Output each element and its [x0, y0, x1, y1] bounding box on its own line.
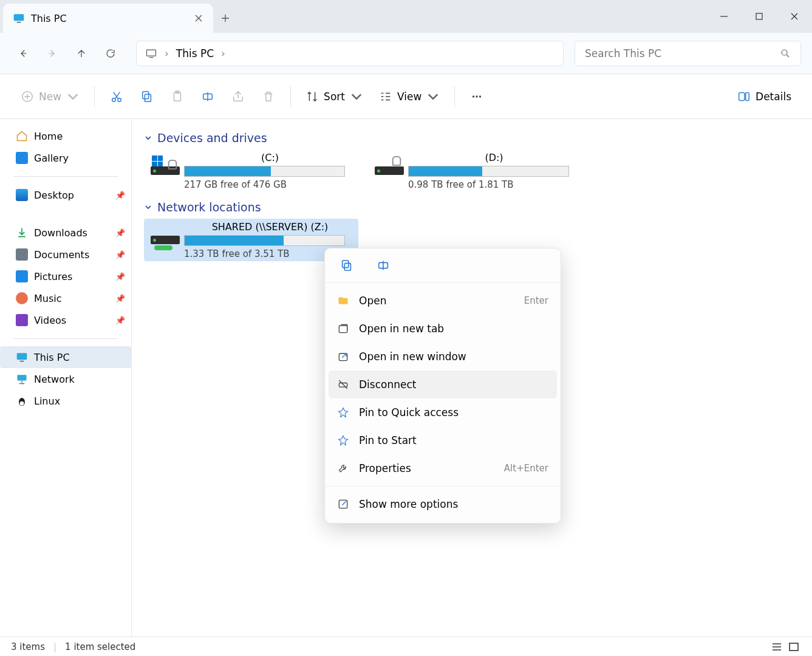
- ctx-open-tab[interactable]: Open in new tab: [325, 315, 561, 343]
- tile-view-toggle[interactable]: [786, 640, 801, 654]
- more-button[interactable]: [463, 84, 490, 109]
- sidebar-item-downloads[interactable]: Downloads 📌: [0, 222, 131, 244]
- pin-icon: [337, 434, 349, 446]
- monitor-icon: [16, 351, 28, 363]
- pin-icon: [337, 406, 349, 419]
- drive-d-progress: [408, 166, 569, 177]
- back-button[interactable]: [11, 41, 35, 66]
- paste-icon: [171, 90, 184, 103]
- cut-button[interactable]: [103, 84, 130, 109]
- list-view-toggle[interactable]: [769, 640, 784, 654]
- toolbar: New Sort View Details: [0, 73, 812, 119]
- sidebar: Home Gallery Desktop 📌 Downloads 📌 Docum…: [0, 119, 132, 637]
- statusbar: 3 items | 1 item selected: [0, 637, 812, 656]
- svg-point-4: [782, 50, 787, 55]
- plus-circle-icon: [21, 90, 34, 103]
- window-controls: [706, 0, 812, 33]
- sidebar-item-linux[interactable]: Linux: [0, 390, 131, 412]
- group-network-header[interactable]: Network locations: [144, 200, 800, 214]
- drive-c-icon: [146, 152, 184, 190]
- active-tab[interactable]: This PC: [3, 4, 213, 33]
- tab-close-icon[interactable]: [194, 13, 203, 23]
- sidebar-item-desktop[interactable]: Desktop 📌: [0, 184, 131, 206]
- close-button[interactable]: [777, 4, 812, 29]
- ctx-disconnect[interactable]: Disconnect: [329, 371, 557, 398]
- drive-d-name: (D:): [408, 152, 580, 163]
- ctx-copy-button[interactable]: [337, 256, 357, 275]
- ctx-open-window[interactable]: Open in new window: [325, 343, 561, 371]
- status-selected-count: 1 item selected: [65, 641, 135, 652]
- sidebar-item-documents[interactable]: Documents 📌: [0, 244, 131, 265]
- ctx-open[interactable]: Open Enter: [325, 287, 561, 315]
- details-button[interactable]: Details: [731, 84, 797, 109]
- ctx-disconnect-label: Disconnect: [359, 378, 416, 391]
- drive-z-progress: [184, 235, 345, 246]
- chevron-down-icon: [66, 90, 80, 103]
- linux-icon: [16, 395, 28, 407]
- pictures-icon: [16, 270, 28, 282]
- svg-rect-8: [145, 94, 151, 101]
- svg-rect-18: [17, 353, 27, 360]
- sort-button[interactable]: Sort: [299, 84, 369, 109]
- sidebar-item-music[interactable]: Music 📌: [0, 287, 131, 309]
- forward-button[interactable]: [40, 41, 64, 66]
- pin-icon: 📌: [115, 191, 125, 200]
- svg-rect-17: [746, 92, 749, 100]
- ctx-open-window-label: Open in new window: [359, 350, 466, 363]
- search-input[interactable]: Search This PC: [575, 41, 801, 66]
- ctx-properties-shortcut: Alt+Enter: [504, 463, 548, 474]
- new-tab-button[interactable]: [213, 0, 237, 33]
- minimize-button[interactable]: [706, 4, 742, 29]
- ctx-pin-start[interactable]: Pin to Start: [325, 426, 561, 454]
- drive-d-icon: [370, 152, 408, 190]
- address-bar[interactable]: › This PC ›: [136, 41, 564, 66]
- drive-d[interactable]: (D:) 0.98 TB free of 1.81 TB: [368, 149, 582, 192]
- titlebar: This PC: [0, 0, 812, 33]
- rename-button[interactable]: [194, 84, 221, 109]
- ctx-rename-button[interactable]: [374, 256, 393, 275]
- status-item-count: 3 items: [11, 641, 45, 652]
- sort-icon: [305, 90, 319, 103]
- new-button[interactable]: New: [15, 84, 86, 109]
- sidebar-item-pictures[interactable]: Pictures 📌: [0, 265, 131, 287]
- drive-c[interactable]: (C:) 217 GB free of 476 GB: [144, 149, 358, 192]
- svg-rect-3: [147, 50, 156, 56]
- delete-button[interactable]: [255, 84, 282, 109]
- drive-c-free: 217 GB free of 476 GB: [184, 179, 356, 190]
- sidebar-item-gallery[interactable]: Gallery: [0, 147, 131, 169]
- refresh-button[interactable]: [98, 41, 123, 66]
- navbar: › This PC › Search This PC: [0, 33, 812, 73]
- sidebar-item-videos[interactable]: Videos 📌: [0, 309, 131, 331]
- more-icon: [470, 90, 483, 103]
- home-icon: [16, 130, 28, 142]
- search-icon: [780, 48, 791, 59]
- svg-rect-23: [344, 263, 350, 270]
- ctx-open-label: Open: [359, 295, 386, 307]
- context-menu: Open Enter Open in new tab Open in new w…: [324, 248, 561, 524]
- sidebar-item-network[interactable]: Network: [0, 368, 131, 390]
- sidebar-label: Linux: [34, 395, 60, 407]
- svg-point-22: [20, 401, 24, 406]
- wrench-icon: [337, 462, 349, 474]
- music-icon: [16, 292, 28, 304]
- sidebar-item-this-pc[interactable]: This PC: [0, 346, 131, 368]
- up-button[interactable]: [69, 41, 94, 66]
- folder-icon: [337, 295, 349, 307]
- sidebar-item-home[interactable]: Home: [0, 125, 131, 147]
- ctx-properties[interactable]: Properties Alt+Enter: [325, 454, 561, 482]
- group-devices-header[interactable]: Devices and drives: [144, 131, 800, 145]
- view-button[interactable]: View: [373, 84, 446, 109]
- ctx-pin-quick[interactable]: Pin to Quick access: [325, 398, 561, 426]
- close-icon: [790, 12, 799, 21]
- chevron-down-icon: [426, 90, 440, 103]
- ctx-more[interactable]: Show more options: [325, 490, 561, 518]
- copy-button[interactable]: [134, 84, 160, 109]
- sidebar-label: Home: [34, 131, 63, 142]
- paste-button[interactable]: [164, 84, 191, 109]
- sidebar-label: Pictures: [34, 271, 72, 282]
- share-button[interactable]: [225, 84, 251, 109]
- monitor-icon: [13, 12, 25, 24]
- maximize-button[interactable]: [742, 4, 777, 29]
- svg-rect-24: [343, 261, 349, 268]
- refresh-icon: [105, 48, 116, 59]
